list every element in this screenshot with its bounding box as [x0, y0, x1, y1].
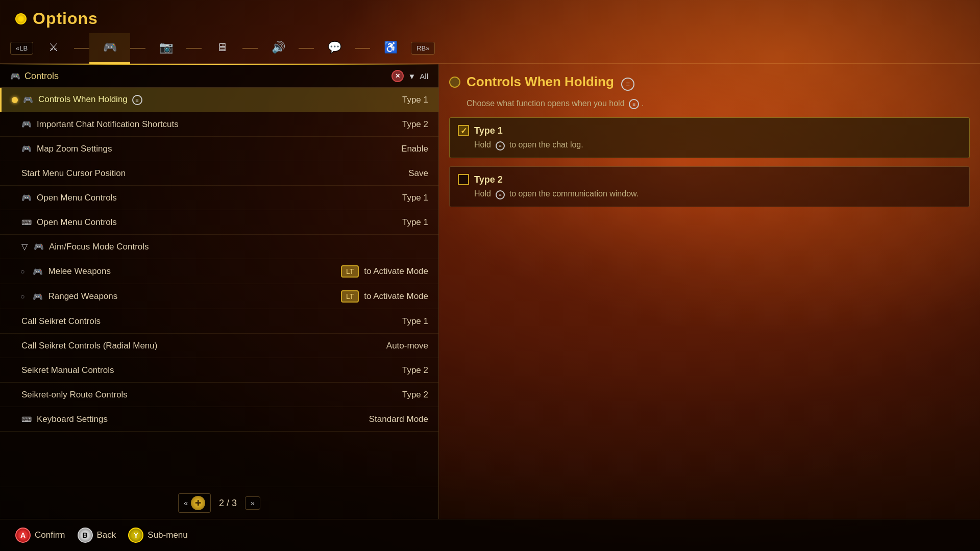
- setting-name: Call Seikret Controls (Radial Menu): [21, 341, 157, 351]
- option-card-type1[interactable]: ✓ Type 1 Hold ≡ to open the chat log.: [449, 117, 970, 158]
- tab-combat[interactable]: ⚔: [33, 33, 74, 64]
- setting-row-open-menu-gamepad[interactable]: 🎮 Open Menu Controls Type 1: [0, 186, 438, 210]
- setting-value: Type 1: [402, 217, 428, 228]
- page-prev-button[interactable]: « ✛: [178, 493, 211, 513]
- selected-dot: [12, 97, 18, 103]
- setting-row-left: 🎮 Open Menu Controls: [10, 193, 117, 203]
- tab-accessibility[interactable]: ♿: [370, 33, 411, 64]
- y-button-icon: Y: [128, 528, 143, 543]
- setting-row-important-chat[interactable]: 🎮 Important Chat Notification Shortcuts …: [0, 112, 438, 137]
- checkbox-type2[interactable]: [458, 174, 469, 185]
- sound-icon: 🔊: [272, 41, 285, 54]
- setting-row-left: 🎮 Controls When Holding ≡: [12, 94, 142, 105]
- detail-dot: [449, 77, 460, 88]
- setting-value: Save: [408, 168, 428, 179]
- next-arrow: »: [251, 499, 255, 507]
- key-lt: LT: [341, 290, 359, 303]
- page-current: 2 / 3: [219, 498, 237, 509]
- tab-nav-lb[interactable]: «LB: [10, 42, 33, 55]
- option-desc-type2: Hold ≡ to open the communication window.: [458, 189, 961, 199]
- setting-name: Open Menu Controls: [37, 217, 117, 228]
- tab-camera[interactable]: 📷: [145, 33, 186, 64]
- setting-row-call-seikret[interactable]: Call Seikret Controls Type 1: [0, 309, 438, 334]
- setting-name: Melee Weapons: [48, 266, 111, 277]
- header: Options: [0, 0, 980, 33]
- left-panel: 🎮 Controls ✕ ▼ All 🎮: [0, 64, 439, 519]
- setting-value: Type 2: [402, 390, 428, 400]
- setting-name: Keyboard Settings: [37, 414, 108, 424]
- setting-row-seikret-manual[interactable]: Seikret Manual Controls Type 2: [0, 358, 438, 383]
- back-button[interactable]: B Back: [78, 528, 116, 543]
- setting-row-map-zoom[interactable]: 🎮 Map Zoom Settings Enable: [0, 137, 438, 161]
- setting-row-keyboard-settings[interactable]: ⌨ Keyboard Settings Standard Mode: [0, 407, 438, 432]
- setting-row-controls-when-holding[interactable]: 🎮 Controls When Holding ≡ Type 1: [0, 88, 438, 112]
- setting-name: Important Chat Notification Shortcuts: [37, 119, 179, 130]
- option-card-header: Type 2: [458, 174, 961, 185]
- gamepad-icon: 🎮: [21, 119, 32, 129]
- setting-value-area: LT to Activate Mode: [341, 265, 428, 278]
- option-label-type2: Type 2: [474, 174, 503, 185]
- setting-row-open-menu-keyboard[interactable]: ⌨ Open Menu Controls Type 1: [0, 210, 438, 235]
- setting-row-left: ○ 🎮 Ranged Weapons: [20, 291, 117, 302]
- setting-value: Type 1: [402, 316, 428, 327]
- option-label-type1: Type 1: [474, 126, 503, 136]
- camera-icon: 📷: [159, 41, 173, 54]
- setting-row-left: ⌨ Keyboard Settings: [10, 414, 108, 424]
- tab-controls[interactable]: 🎮: [89, 33, 130, 64]
- keyboard-icon: ⌨: [21, 415, 32, 423]
- footer: A Confirm B Back Y Sub-menu: [0, 519, 980, 551]
- setting-row-left: ⌨ Open Menu Controls: [10, 217, 117, 228]
- setting-row-ranged-weapons[interactable]: ○ 🎮 Ranged Weapons LT to Activate Mode: [0, 284, 438, 309]
- setting-row-seikret-route[interactable]: Seikret-only Route Controls Type 2: [0, 383, 438, 407]
- option-card-type2[interactable]: Type 2 Hold ≡ to open the communication …: [449, 166, 970, 207]
- setting-name: Controls When Holding ≡: [38, 94, 142, 105]
- section-header: 🎮 Controls ✕ ▼ All: [0, 65, 438, 88]
- setting-value: to Activate Mode: [364, 266, 428, 277]
- tab-bar: «LB ⚔ 🎮 📷 🖥 🔊 💬 ♿ RB»: [0, 33, 980, 64]
- menu-circle-icon: ≡: [621, 78, 634, 91]
- tab-display[interactable]: 🖥: [202, 33, 242, 64]
- tab-nav-rb[interactable]: RB»: [411, 42, 435, 55]
- setting-row-left: 🎮 Important Chat Notification Shortcuts: [10, 119, 179, 130]
- option-desc-type1: Hold ≡ to open the chat log.: [458, 140, 961, 151]
- display-icon: 🖥: [216, 41, 228, 54]
- a-button-icon: A: [15, 528, 31, 543]
- setting-row-call-seikret-radial[interactable]: Call Seikret Controls (Radial Menu) Auto…: [0, 334, 438, 358]
- setting-name: Aim/Focus Mode Controls: [49, 242, 149, 252]
- header-dot: [15, 13, 27, 24]
- setting-value: Standard Mode: [369, 414, 428, 424]
- gamepad-icon: 🎮: [33, 267, 43, 277]
- desc-menu-icon: ≡: [496, 141, 505, 151]
- submenu-button[interactable]: Y Sub-menu: [128, 528, 187, 543]
- clear-filter-button[interactable]: ✕: [391, 70, 404, 82]
- setting-row-melee-weapons[interactable]: ○ 🎮 Melee Weapons LT to Activate Mode: [0, 259, 438, 284]
- confirm-button[interactable]: A Confirm: [15, 528, 65, 543]
- setting-value: Enable: [401, 144, 428, 154]
- filter-label: All: [420, 72, 428, 81]
- setting-row-left: Seikret Manual Controls: [10, 365, 114, 375]
- tab-chat[interactable]: 💬: [314, 33, 355, 64]
- pagination: « ✛ 2 / 3 »: [0, 487, 438, 519]
- page-next-button[interactable]: »: [245, 496, 260, 510]
- setting-row-aim-focus[interactable]: ▽ 🎮 Aim/Focus Mode Controls: [0, 235, 438, 259]
- setting-name: Map Zoom Settings: [37, 144, 112, 154]
- setting-value-area: LT to Activate Mode: [341, 290, 428, 303]
- page-title: Options: [33, 9, 98, 28]
- setting-row-start-menu-cursor[interactable]: Start Menu Cursor Position Save: [0, 161, 438, 186]
- checkbox-type1[interactable]: ✓: [458, 125, 469, 136]
- setting-value: Type 1: [402, 95, 428, 105]
- sub-bullet: ○: [20, 292, 24, 300]
- gamepad-icon: 🎮: [34, 242, 44, 252]
- right-panel: Controls When Holding ≡ Choose what func…: [439, 64, 980, 519]
- setting-value: to Activate Mode: [364, 291, 428, 302]
- accessibility-icon: ♿: [384, 41, 398, 54]
- b-button-icon: B: [78, 528, 93, 543]
- detail-title: Controls When Holding ≡: [467, 74, 634, 91]
- gamepad-icon: 🎮: [21, 193, 32, 203]
- setting-row-left: Call Seikret Controls: [10, 316, 101, 327]
- confirm-label: Confirm: [35, 530, 65, 540]
- collapse-icon: ▽: [21, 242, 28, 252]
- setting-name: Seikret-only Route Controls: [21, 390, 128, 400]
- gamepad-icon: 🎮: [33, 292, 43, 302]
- tab-sound[interactable]: 🔊: [258, 33, 299, 64]
